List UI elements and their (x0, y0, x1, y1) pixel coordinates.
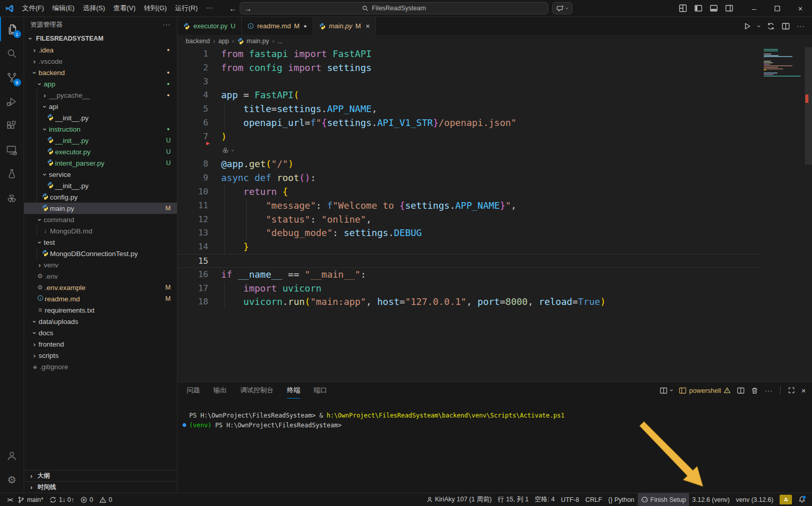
statusbar-git-sync[interactable]: 1↓ 0↑ (46, 493, 77, 506)
breadcrumb-item-2[interactable]: main.py (237, 38, 269, 45)
tree-item-docs[interactable]: ›docs (24, 327, 177, 338)
tree-item-__init__.py[interactable]: __init__.py (24, 180, 177, 191)
maximize-panel-icon[interactable] (788, 387, 795, 394)
close-icon[interactable]: × (789, 0, 812, 16)
tree-item-__init__.py[interactable]: __init__.pyU (24, 135, 177, 146)
breadcrumb-item-1[interactable]: app (218, 38, 229, 45)
statusbar-warnings[interactable]: 0 (96, 493, 115, 506)
tree-item-backend[interactable]: ›backend● (24, 67, 177, 78)
tree-root[interactable]: › FILESREADSYSTEAM (24, 32, 177, 44)
activity-ai-extension[interactable] (0, 186, 24, 210)
statusbar-remote-indicator[interactable]: >< (4, 493, 14, 506)
terminal-output[interactable]: PS H:\OwnProject\FilesReadSysteam> & h:\… (177, 399, 812, 430)
tree-item-api[interactable]: ›api (24, 101, 177, 112)
panel-tab-终端[interactable]: 终端 (287, 383, 300, 399)
terminal-launch-dropdown[interactable]: › (668, 389, 675, 391)
statusbar-git-branch[interactable]: main* (14, 493, 46, 506)
statusbar-git-blame[interactable]: KiriAky 107 (1 周前) (423, 493, 495, 506)
tree-item-instruction[interactable]: ›instruction● (24, 123, 177, 135)
tree-item-service[interactable]: ›service (24, 169, 177, 180)
activity-search[interactable] (0, 41, 24, 65)
kill-terminal-icon[interactable] (751, 387, 759, 394)
menu-item-5[interactable]: 运行(R) (171, 2, 202, 15)
changes-icon[interactable] (767, 22, 775, 30)
tree-item-intent_parser.py[interactable]: intent_parser.pyU (24, 157, 177, 169)
tree-item-readme.md[interactable]: readme.mdM (24, 293, 177, 304)
kebab-icon[interactable]: ··· (797, 22, 805, 30)
sidebar-section-1[interactable]: ›时间线 (24, 481, 177, 493)
tab-main.py[interactable]: main.py M × (313, 17, 376, 35)
menu-item-2[interactable]: 选择(S) (79, 2, 109, 15)
layout-sidebar-left-icon[interactable] (694, 4, 702, 12)
panel-tab-输出[interactable]: 输出 (213, 383, 227, 398)
menu-item-4[interactable]: 转到(G) (140, 2, 171, 15)
tree-item-command[interactable]: ›command (24, 214, 177, 225)
tree-item-.env.example[interactable]: ⚙.env.exampleM (24, 282, 177, 293)
tree-item-MongoDBConnectionTest.py[interactable]: MongoDBConnectionTest.py (24, 248, 177, 259)
split-editor-icon[interactable] (782, 22, 790, 30)
scrollbar-thumb[interactable] (805, 47, 812, 165)
tree-item-.idea[interactable]: ›.idea● (24, 44, 177, 56)
tree-item-__pycache__[interactable]: ›__pycache__● (24, 89, 177, 101)
statusbar-eol[interactable]: CRLF (582, 493, 605, 506)
tree-item-app[interactable]: ›app● (24, 78, 177, 89)
statusbar-ai-status[interactable] (777, 493, 795, 506)
activity-remote-explorer[interactable] (0, 138, 24, 162)
activity-explorer[interactable]: 1 (0, 17, 24, 41)
maximize-icon[interactable] (766, 0, 789, 16)
tree-item-config.py[interactable]: config.py (24, 191, 177, 203)
tree-item-venv[interactable]: ›venv (24, 259, 177, 270)
split-terminal-icon[interactable] (737, 387, 745, 394)
tree-item-__init__.py[interactable]: __init__.py (24, 112, 177, 123)
tree-item-test[interactable]: ›test (24, 237, 177, 248)
layout-grid-icon[interactable] (679, 4, 687, 12)
panel-more-actions[interactable]: ··· (765, 387, 773, 394)
new-terminal-button[interactable] (660, 387, 667, 394)
copilot-button[interactable]: › (552, 2, 572, 14)
statusbar-cursor-position[interactable]: 行 15, 列 1 (495, 493, 532, 506)
statusbar-errors[interactable]: 0 (77, 493, 96, 506)
tab-executor.py[interactable]: executor.py U (177, 17, 242, 35)
activity-accounts[interactable] (0, 443, 24, 467)
tree-item-scripts[interactable]: ›scripts (24, 350, 177, 361)
statusbar-copilot-setup[interactable]: Finish Setup (638, 493, 689, 506)
tree-item-MongoDB.md[interactable]: ↓MongoDB.md (24, 225, 177, 237)
chevron-down-icon[interactable]: › (758, 23, 760, 30)
command-center-search[interactable]: FilesReadSysteam (240, 2, 548, 14)
tree-item-executor.py[interactable]: executor.pyU (24, 146, 177, 157)
minimize-icon[interactable]: – (743, 0, 766, 16)
statusbar-language-mode[interactable]: {} Python (605, 493, 638, 506)
menu-item-0[interactable]: 文件(F) (18, 2, 48, 15)
statusbar-python-version[interactable]: 3.12.6 (venv) (689, 493, 733, 506)
activity-testing[interactable] (0, 162, 24, 186)
menu-item-3[interactable]: 查看(V) (109, 2, 139, 15)
activity-extensions[interactable] (0, 114, 24, 138)
tab-readme.md[interactable]: readme.md M ● (242, 17, 313, 35)
tree-item-main.py[interactable]: main.pyM (24, 203, 177, 214)
tree-item-.env[interactable]: ⚙.env (24, 270, 177, 282)
activity-source-control[interactable]: 9 (0, 65, 24, 89)
tree-item-data\uploads[interactable]: ›data\uploads (24, 316, 177, 327)
nav-back-icon[interactable]: ← (229, 4, 237, 13)
activity-run-debug[interactable] (0, 89, 24, 114)
panel-tab-端口[interactable]: 端口 (314, 383, 327, 398)
breadcrumb-item-3[interactable]: ... (277, 38, 282, 45)
tree-item-.gitignore[interactable]: ◆.gitignore (24, 361, 177, 372)
run-icon[interactable] (743, 22, 751, 30)
close-panel-icon[interactable]: × (801, 386, 806, 395)
layout-panel-icon[interactable] (710, 4, 718, 12)
tree-item-frontend[interactable]: ›frontend (24, 338, 177, 350)
command-decoration-dot[interactable] (183, 423, 186, 427)
panel-tab-调试控制台[interactable]: 调试控制台 (240, 383, 274, 398)
minimap[interactable] (764, 49, 804, 77)
layout-sidebar-right-icon[interactable] (725, 4, 733, 12)
editor-scrollbar[interactable] (805, 47, 812, 382)
terminal-tab-powershell[interactable]: powershell (679, 387, 731, 394)
sidebar-more-actions[interactable]: ··· (163, 21, 171, 28)
nav-forward-icon[interactable]: → (244, 4, 251, 13)
tree-item-requirements.txt[interactable]: ≡requirements.txt (24, 304, 177, 316)
code-editor[interactable]: 1from fastapi import FastAPI2from config… (177, 47, 812, 382)
statusbar-indentation[interactable]: 空格: 4 (532, 493, 558, 506)
close-tab-icon[interactable]: × (366, 22, 370, 30)
activity-settings[interactable]: ⚙ (0, 467, 24, 492)
